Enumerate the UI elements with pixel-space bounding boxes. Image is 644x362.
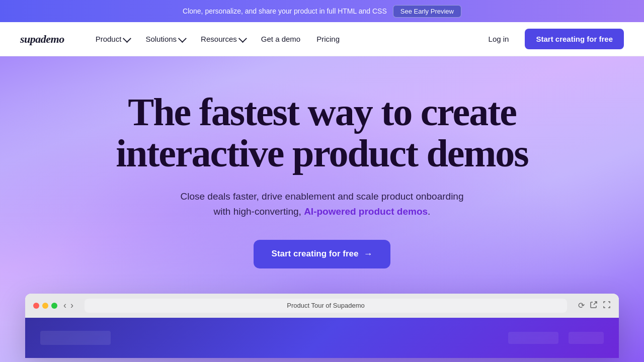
- hero-cta-button[interactable]: Start creating for free →: [254, 240, 391, 268]
- browser-content: [25, 318, 619, 358]
- chevron-down-icon: [238, 34, 247, 43]
- browser-nav: ‹ ›: [63, 300, 73, 311]
- hero-subtitle-highlight[interactable]: AI-powered product demos: [304, 206, 428, 217]
- hero-subtitle-mid: with high-converting,: [214, 206, 301, 217]
- nav-item-pricing[interactable]: Pricing: [310, 31, 346, 47]
- hero-content: The fastest way to create interactive pr…: [116, 92, 528, 294]
- banner-text: Clone, personalize, and share your produ…: [183, 7, 387, 15]
- reload-icon[interactable]: ⟳: [578, 301, 585, 311]
- nav-label-solutions: Solutions: [145, 35, 177, 43]
- nav-cta-button[interactable]: Start creating for free: [525, 29, 624, 49]
- banner-cta-button[interactable]: See Early Preview: [393, 5, 461, 18]
- logo[interactable]: supademo: [20, 33, 64, 46]
- blurred-content-2: [508, 332, 558, 344]
- nav-right: Log in Start creating for free: [482, 29, 624, 49]
- hero-subtitle-before: Close deals faster, drive enablement and…: [181, 191, 464, 202]
- nav-item-resources[interactable]: Resources: [195, 31, 251, 47]
- hero-title-line1: The fastest way to create: [128, 90, 516, 134]
- hero-subtitle: Close deals faster, drive enablement and…: [116, 189, 528, 220]
- nav-links: Product Solutions Resources Get a demo P…: [90, 31, 482, 47]
- login-button[interactable]: Log in: [482, 31, 515, 47]
- hero-subtitle-after: .: [428, 206, 430, 217]
- nav-item-product[interactable]: Product: [90, 31, 136, 47]
- browser-dots: [33, 303, 57, 309]
- nav-item-solutions[interactable]: Solutions: [139, 31, 191, 47]
- blurred-content-1: [40, 331, 111, 345]
- fullscreen-icon[interactable]: [603, 301, 611, 311]
- nav-item-demo[interactable]: Get a demo: [255, 31, 306, 47]
- external-link-icon[interactable]: [590, 301, 598, 311]
- hero-title-line2: interactive product demos: [116, 131, 528, 175]
- browser-bar: ‹ › Product Tour of Supademo ⟳: [25, 294, 619, 318]
- forward-icon[interactable]: ›: [70, 300, 73, 311]
- arrow-right-icon: →: [363, 249, 372, 259]
- url-text: Product Tour of Supademo: [287, 302, 364, 309]
- hero-title: The fastest way to create interactive pr…: [116, 92, 528, 174]
- browser-mockup: ‹ › Product Tour of Supademo ⟳: [25, 294, 619, 358]
- nav-label-demo: Get a demo: [261, 35, 300, 43]
- nav-label-resources: Resources: [201, 35, 237, 43]
- nav-label-product: Product: [96, 35, 122, 43]
- hero-section: The fastest way to create interactive pr…: [0, 56, 644, 362]
- browser-dot-yellow: [42, 303, 48, 309]
- chevron-down-icon: [178, 34, 187, 43]
- browser-dot-green: [51, 303, 57, 309]
- blurred-content-3: [569, 332, 604, 344]
- browser-url-bar[interactable]: Product Tour of Supademo: [85, 299, 567, 313]
- browser-dot-red: [33, 303, 39, 309]
- hero-cta-label: Start creating for free: [272, 249, 359, 259]
- chevron-down-icon: [123, 34, 131, 43]
- nav-label-pricing: Pricing: [316, 35, 340, 43]
- navbar: supademo Product Solutions Resources Get…: [0, 22, 644, 56]
- browser-actions: ⟳: [578, 301, 611, 311]
- back-icon[interactable]: ‹: [63, 300, 66, 311]
- top-banner: Clone, personalize, and share your produ…: [0, 0, 644, 22]
